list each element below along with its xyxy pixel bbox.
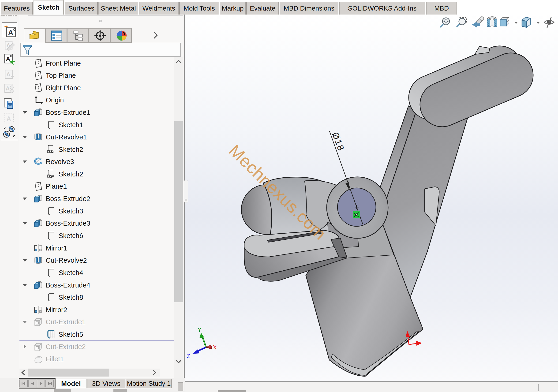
svg-text:A: A [6,71,10,78]
svg-text:Z: Z [187,353,190,359]
svg-text:X: X [213,344,217,350]
svg-text:A: A [7,115,11,122]
svg-text:A: A [8,29,13,37]
svg-text:A: A [6,55,10,62]
svg-text:A: A [6,85,10,92]
svg-text:Y: Y [198,327,201,333]
